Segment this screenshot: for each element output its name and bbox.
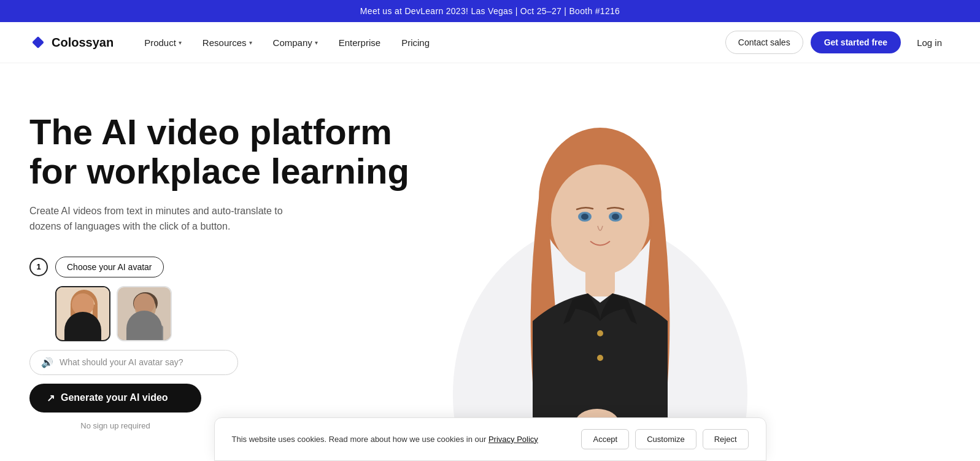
male-avatar-image xyxy=(118,287,171,340)
logo[interactable]: Colossyan xyxy=(29,34,114,51)
banner-text: Meet us at DevLearn 2023! Las Vegas | Oc… xyxy=(360,6,620,16)
svg-rect-4 xyxy=(71,304,75,329)
nav-enterprise[interactable]: Enterprise xyxy=(330,33,389,53)
female-avatar-image xyxy=(56,287,109,340)
chevron-down-icon: ▾ xyxy=(315,39,318,46)
svg-rect-1 xyxy=(56,287,110,341)
get-started-button[interactable]: Get started free xyxy=(811,31,901,53)
navbar: Colossyan Product ▾ Resources ▾ Company … xyxy=(0,22,980,63)
female-avatar-svg xyxy=(56,287,110,341)
speaker-icon: 🔊 xyxy=(41,357,53,368)
logo-text: Colossyan xyxy=(52,36,114,50)
nav-actions: Contact sales Get started free Log in xyxy=(725,31,951,54)
external-link-icon: ↗ xyxy=(47,392,55,404)
chevron-down-icon: ▾ xyxy=(179,39,182,46)
privacy-policy-link[interactable]: Privacy Policy xyxy=(488,435,538,444)
avatar-say-placeholder: What should your AI avatar say? xyxy=(60,357,183,367)
nav-product[interactable]: Product ▾ xyxy=(136,33,190,53)
svg-rect-7 xyxy=(118,287,172,341)
avatar-thumbnails xyxy=(55,286,324,341)
hero-title: The AI video platform for workplace lear… xyxy=(29,112,422,191)
svg-rect-14 xyxy=(585,266,615,296)
top-banner: Meet us at DevLearn 2023! Las Vegas | Oc… xyxy=(0,0,980,22)
cookie-customize-button[interactable]: Customize xyxy=(635,429,696,449)
cookie-reject-button[interactable]: Reject xyxy=(703,429,749,449)
logo-icon xyxy=(29,34,47,51)
generate-video-button[interactable]: ↗ Generate your AI video xyxy=(29,384,201,413)
svg-point-21 xyxy=(612,214,619,220)
hero-left: The AI video platform for workplace lear… xyxy=(29,100,422,430)
svg-point-3 xyxy=(73,295,95,319)
choose-avatar-label: Choose your AI avatar xyxy=(55,257,164,277)
contact-sales-button[interactable]: Contact sales xyxy=(725,31,803,54)
male-avatar-svg xyxy=(118,287,172,341)
avatar-say-input[interactable]: 🔊 What should your AI avatar say? xyxy=(29,350,238,375)
cookie-actions: Accept Customize Reject xyxy=(581,429,748,449)
cookie-accept-button[interactable]: Accept xyxy=(581,429,629,449)
avatar-male-thumb[interactable] xyxy=(117,286,172,341)
svg-rect-6 xyxy=(68,327,101,341)
svg-point-13 xyxy=(551,165,649,275)
cookie-banner: This website uses cookies. Read more abo… xyxy=(214,417,766,461)
cookie-text: This website uses cookies. Read more abo… xyxy=(232,433,569,446)
svg-rect-0 xyxy=(32,36,44,48)
nav-links: Product ▾ Resources ▾ Company ▾ Enterpri… xyxy=(136,33,725,53)
svg-rect-10 xyxy=(128,325,163,341)
login-button[interactable]: Log in xyxy=(908,31,951,54)
nav-resources[interactable]: Resources ▾ xyxy=(194,33,261,53)
svg-point-2 xyxy=(71,290,98,319)
hero-subtitle: Create AI videos from text in minutes an… xyxy=(29,203,287,234)
avatar-female-thumb[interactable] xyxy=(55,286,110,341)
no-signup-text: No sign up required xyxy=(29,421,201,430)
ai-person-image xyxy=(441,88,760,461)
nav-pricing[interactable]: Pricing xyxy=(393,33,438,53)
nav-company[interactable]: Company ▾ xyxy=(264,33,326,53)
svg-point-9 xyxy=(135,296,156,320)
ai-video-widget: 1 Choose your AI avatar xyxy=(29,257,324,430)
step-1: 1 Choose your AI avatar xyxy=(29,257,324,277)
svg-point-16 xyxy=(597,355,603,361)
svg-point-15 xyxy=(597,330,603,336)
step-1-number: 1 xyxy=(29,258,48,276)
svg-point-20 xyxy=(581,214,588,220)
hero-section: The AI video platform for workplace lear… xyxy=(0,63,980,461)
chevron-down-icon: ▾ xyxy=(249,39,252,46)
hero-right xyxy=(422,100,778,461)
svg-rect-5 xyxy=(93,304,98,329)
